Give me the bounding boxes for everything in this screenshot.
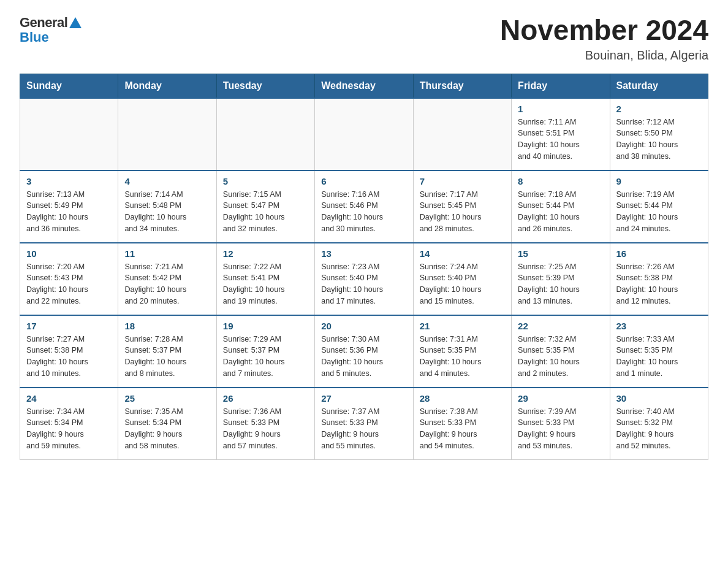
- day-info: Sunrise: 7:15 AM Sunset: 5:47 PM Dayligh…: [223, 189, 308, 235]
- calendar-cell: [413, 98, 511, 170]
- day-info: Sunrise: 7:35 AM Sunset: 5:34 PM Dayligh…: [124, 406, 210, 452]
- calendar-cell: [118, 98, 216, 170]
- location-text: Bouinan, Blida, Algeria: [500, 48, 708, 63]
- logo-triangle-icon: [69, 17, 82, 28]
- day-number: 13: [321, 248, 406, 259]
- calendar-cell: 7Sunrise: 7:17 AM Sunset: 5:45 PM Daylig…: [413, 170, 511, 243]
- day-info: Sunrise: 7:40 AM Sunset: 5:32 PM Dayligh…: [616, 406, 702, 452]
- logo-general-text: General: [20, 15, 67, 31]
- calendar-cell: 30Sunrise: 7:40 AM Sunset: 5:32 PM Dayli…: [610, 388, 708, 460]
- calendar-table: SundayMondayTuesdayWednesdayThursdayFrid…: [20, 74, 708, 460]
- day-number: 30: [616, 393, 702, 404]
- day-number: 8: [518, 176, 603, 186]
- calendar-cell: 25Sunrise: 7:35 AM Sunset: 5:34 PM Dayli…: [118, 388, 216, 460]
- weekday-header-saturday: Saturday: [610, 74, 708, 98]
- day-info: Sunrise: 7:13 AM Sunset: 5:49 PM Dayligh…: [26, 189, 112, 235]
- day-info: Sunrise: 7:25 AM Sunset: 5:39 PM Dayligh…: [518, 261, 603, 307]
- calendar-cell: 13Sunrise: 7:23 AM Sunset: 5:40 PM Dayli…: [315, 243, 413, 315]
- day-number: 22: [518, 321, 603, 331]
- calendar-cell: 11Sunrise: 7:21 AM Sunset: 5:42 PM Dayli…: [118, 243, 216, 315]
- logo-blue-text: Blue: [20, 29, 49, 45]
- week-row-4: 17Sunrise: 7:27 AM Sunset: 5:38 PM Dayli…: [20, 315, 708, 388]
- day-number: 14: [420, 248, 505, 259]
- day-number: 24: [26, 393, 112, 404]
- calendar-cell: [315, 98, 413, 170]
- weekday-header-tuesday: Tuesday: [216, 74, 314, 98]
- week-row-1: 1Sunrise: 7:11 AM Sunset: 5:51 PM Daylig…: [20, 98, 708, 170]
- day-info: Sunrise: 7:14 AM Sunset: 5:48 PM Dayligh…: [124, 189, 210, 235]
- week-row-5: 24Sunrise: 7:34 AM Sunset: 5:34 PM Dayli…: [20, 388, 708, 460]
- calendar-cell: 12Sunrise: 7:22 AM Sunset: 5:41 PM Dayli…: [216, 243, 314, 315]
- calendar-cell: 4Sunrise: 7:14 AM Sunset: 5:48 PM Daylig…: [118, 170, 216, 243]
- day-number: 29: [518, 393, 603, 404]
- day-number: 26: [223, 393, 308, 404]
- calendar-cell: 5Sunrise: 7:15 AM Sunset: 5:47 PM Daylig…: [216, 170, 314, 243]
- day-info: Sunrise: 7:11 AM Sunset: 5:51 PM Dayligh…: [518, 117, 603, 163]
- calendar-cell: 29Sunrise: 7:39 AM Sunset: 5:33 PM Dayli…: [512, 388, 610, 460]
- day-info: Sunrise: 7:30 AM Sunset: 5:36 PM Dayligh…: [321, 334, 406, 380]
- day-info: Sunrise: 7:38 AM Sunset: 5:33 PM Dayligh…: [420, 406, 505, 452]
- calendar-cell: 21Sunrise: 7:31 AM Sunset: 5:35 PM Dayli…: [413, 315, 511, 388]
- day-info: Sunrise: 7:32 AM Sunset: 5:35 PM Dayligh…: [518, 334, 603, 380]
- day-info: Sunrise: 7:28 AM Sunset: 5:37 PM Dayligh…: [124, 334, 210, 380]
- day-number: 9: [616, 176, 702, 186]
- day-info: Sunrise: 7:33 AM Sunset: 5:35 PM Dayligh…: [616, 334, 702, 380]
- day-number: 28: [420, 393, 505, 404]
- day-number: 17: [26, 321, 112, 331]
- calendar-cell: 2Sunrise: 7:12 AM Sunset: 5:50 PM Daylig…: [610, 98, 708, 170]
- day-number: 16: [616, 248, 702, 259]
- day-number: 5: [223, 176, 308, 186]
- day-info: Sunrise: 7:31 AM Sunset: 5:35 PM Dayligh…: [420, 334, 505, 380]
- calendar-cell: 10Sunrise: 7:20 AM Sunset: 5:43 PM Dayli…: [20, 243, 118, 315]
- day-number: 18: [124, 321, 210, 331]
- calendar-cell: 17Sunrise: 7:27 AM Sunset: 5:38 PM Dayli…: [20, 315, 118, 388]
- calendar-cell: 26Sunrise: 7:36 AM Sunset: 5:33 PM Dayli…: [216, 388, 314, 460]
- day-info: Sunrise: 7:26 AM Sunset: 5:38 PM Dayligh…: [616, 261, 702, 307]
- day-info: Sunrise: 7:20 AM Sunset: 5:43 PM Dayligh…: [26, 261, 112, 307]
- weekday-header-row: SundayMondayTuesdayWednesdayThursdayFrid…: [20, 74, 708, 98]
- day-info: Sunrise: 7:17 AM Sunset: 5:45 PM Dayligh…: [420, 189, 505, 235]
- day-number: 27: [321, 393, 406, 404]
- calendar-cell: 6Sunrise: 7:16 AM Sunset: 5:46 PM Daylig…: [315, 170, 413, 243]
- day-info: Sunrise: 7:12 AM Sunset: 5:50 PM Dayligh…: [616, 117, 702, 163]
- calendar-cell: 16Sunrise: 7:26 AM Sunset: 5:38 PM Dayli…: [610, 243, 708, 315]
- calendar-cell: 28Sunrise: 7:38 AM Sunset: 5:33 PM Dayli…: [413, 388, 511, 460]
- day-number: 21: [420, 321, 505, 331]
- calendar-cell: 22Sunrise: 7:32 AM Sunset: 5:35 PM Dayli…: [512, 315, 610, 388]
- day-number: 23: [616, 321, 702, 331]
- day-info: Sunrise: 7:27 AM Sunset: 5:38 PM Dayligh…: [26, 334, 112, 380]
- calendar-cell: 27Sunrise: 7:37 AM Sunset: 5:33 PM Dayli…: [315, 388, 413, 460]
- day-number: 1: [518, 104, 603, 114]
- calendar-cell: 15Sunrise: 7:25 AM Sunset: 5:39 PM Dayli…: [512, 243, 610, 315]
- day-info: Sunrise: 7:29 AM Sunset: 5:37 PM Dayligh…: [223, 334, 308, 380]
- week-row-3: 10Sunrise: 7:20 AM Sunset: 5:43 PM Dayli…: [20, 243, 708, 315]
- weekday-header-wednesday: Wednesday: [315, 74, 413, 98]
- day-info: Sunrise: 7:34 AM Sunset: 5:34 PM Dayligh…: [26, 406, 112, 452]
- calendar-cell: [20, 98, 118, 170]
- calendar-cell: 9Sunrise: 7:19 AM Sunset: 5:44 PM Daylig…: [610, 170, 708, 243]
- day-info: Sunrise: 7:37 AM Sunset: 5:33 PM Dayligh…: [321, 406, 406, 452]
- day-number: 4: [124, 176, 210, 186]
- day-info: Sunrise: 7:22 AM Sunset: 5:41 PM Dayligh…: [223, 261, 308, 307]
- day-info: Sunrise: 7:18 AM Sunset: 5:44 PM Dayligh…: [518, 189, 603, 235]
- weekday-header-sunday: Sunday: [20, 74, 118, 98]
- day-number: 10: [26, 248, 112, 259]
- page-header: General Blue November 2024 Bouinan, Blid…: [20, 15, 708, 63]
- calendar-cell: 18Sunrise: 7:28 AM Sunset: 5:37 PM Dayli…: [118, 315, 216, 388]
- weekday-header-monday: Monday: [118, 74, 216, 98]
- day-info: Sunrise: 7:36 AM Sunset: 5:33 PM Dayligh…: [223, 406, 308, 452]
- day-info: Sunrise: 7:23 AM Sunset: 5:40 PM Dayligh…: [321, 261, 406, 307]
- day-info: Sunrise: 7:24 AM Sunset: 5:40 PM Dayligh…: [420, 261, 505, 307]
- day-number: 11: [124, 248, 210, 259]
- day-number: 19: [223, 321, 308, 331]
- weekday-header-friday: Friday: [512, 74, 610, 98]
- day-number: 6: [321, 176, 406, 186]
- month-title: November 2024: [500, 15, 708, 46]
- calendar-cell: 24Sunrise: 7:34 AM Sunset: 5:34 PM Dayli…: [20, 388, 118, 460]
- day-info: Sunrise: 7:21 AM Sunset: 5:42 PM Dayligh…: [124, 261, 210, 307]
- calendar-cell: 1Sunrise: 7:11 AM Sunset: 5:51 PM Daylig…: [512, 98, 610, 170]
- calendar-cell: 8Sunrise: 7:18 AM Sunset: 5:44 PM Daylig…: [512, 170, 610, 243]
- day-number: 25: [124, 393, 210, 404]
- week-row-2: 3Sunrise: 7:13 AM Sunset: 5:49 PM Daylig…: [20, 170, 708, 243]
- calendar-cell: 20Sunrise: 7:30 AM Sunset: 5:36 PM Dayli…: [315, 315, 413, 388]
